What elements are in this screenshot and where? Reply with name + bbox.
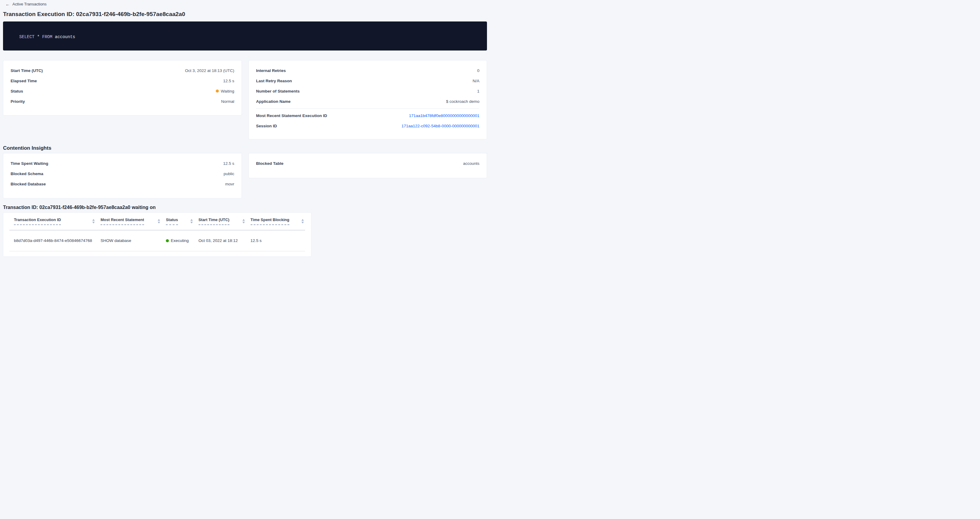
sort-icon[interactable] [190,219,193,224]
time-spent-waiting-row: Time Spent Waiting 12.5 s [11,158,234,168]
last-retry-reason-value: N/A [473,79,479,83]
number-of-statements-value: 1 [477,89,479,94]
summary-cards-row: Start Time (UTC) Oct 3, 2022 at 18:13 (U… [3,60,487,140]
contention-cards-row: Time Spent Waiting 12.5 s Blocked Schema… [3,153,487,198]
sort-icon[interactable] [92,219,95,224]
table-row: b8d7d03a-d497-446b-8474-e50846674768 SHO… [10,230,305,251]
sql-keyword: FROM [42,35,52,39]
blocked-database-value: movr [225,182,234,186]
session-id-link[interactable]: 171aa122-c092-54b8-0000-000000000001 [402,124,479,128]
column-header-start-time[interactable]: Start Time (UTC) [194,213,246,230]
blocked-table-value: accounts [463,161,479,166]
back-link-label: Active Transactions [13,2,47,6]
start-time-row: Start Time (UTC) Oct 3, 2022 at 18:13 (U… [11,65,234,76]
active-transaction-details-page: ← Active Transactions Transaction Execut… [0,0,490,259]
blocked-schema-label: Blocked Schema [11,171,43,176]
cell-status: Executing [161,230,194,251]
sort-up-arrow-icon[interactable] [190,219,193,221]
session-id-row: Session ID 171aa122-c092-54b8-0000-00000… [256,121,479,131]
cell-transaction-execution-id: b8d7d03a-d497-446b-8474-e50846674768 [10,230,96,251]
column-header-label[interactable]: Time Spent Blocking [251,217,290,225]
application-name-value: $ cockroach demo [446,99,479,104]
time-spent-waiting-label: Time Spent Waiting [11,161,48,166]
statement-execution-id-row: Most Recent Statement Execution ID 171aa… [256,110,479,121]
cell-time-spent-blocking: 12.5 s [246,230,305,251]
topbar: ← Active Transactions [0,0,490,8]
waiting-on-heading: Transaction ID: 02ca7931-f246-469b-b2fe-… [3,205,490,211]
blocked-database-label: Blocked Database [11,182,46,186]
sort-up-arrow-icon[interactable] [158,219,160,221]
sql-keyword: SELECT [19,35,35,39]
back-arrow-icon: ← [5,2,10,6]
sort-icon[interactable] [242,219,245,224]
application-name-label: Application Name [256,99,291,104]
blocked-database-row: Blocked Database movr [11,179,234,189]
column-header-status[interactable]: Status [161,213,194,230]
status-executing-dot-icon [166,239,169,242]
transaction-details-card: Internal Retries 0 Last Retry Reason N/A… [248,60,487,140]
status-value: Waiting [216,89,234,94]
elapsed-time-value: 12.5 s [223,79,234,83]
blocked-schema-row: Blocked Schema public [11,168,234,179]
sort-icon[interactable] [301,219,304,224]
start-time-value: Oct 3, 2022 at 18:13 (UTC) [185,68,234,73]
blocked-table-row: Blocked Table accounts [256,158,479,168]
sort-up-arrow-icon[interactable] [301,219,304,221]
sort-down-arrow-icon[interactable] [92,222,95,224]
internal-retries-label: Internal Retries [256,68,286,73]
priority-label: Priority [11,99,25,104]
sort-up-arrow-icon[interactable] [92,219,95,221]
last-retry-reason-label: Last Retry Reason [256,79,292,83]
back-to-active-transactions-link[interactable]: ← Active Transactions [5,2,47,6]
sort-down-arrow-icon[interactable] [242,222,245,224]
column-header-label[interactable]: Transaction Execution ID [14,217,61,225]
page-title: Transaction Execution ID: 02ca7931-f246-… [3,11,490,18]
time-spent-waiting-value: 12.5 s [223,161,234,166]
sort-up-arrow-icon[interactable] [242,219,245,221]
waiting-on-table: Transaction Execution ID Most Recent Sta… [10,213,305,251]
table-header-row: Transaction Execution ID Most Recent Sta… [10,213,305,230]
column-header-label[interactable]: Most Recent Statement [100,217,144,225]
elapsed-time-row: Elapsed Time 12.5 s [11,76,234,86]
application-name-row: Application Name $ cockroach demo [256,96,479,106]
number-of-statements-label: Number of Statements [256,89,300,94]
internal-retries-row: Internal Retries 0 [256,65,479,76]
blocked-schema-value: public [224,171,234,176]
sql-text: accounts [52,35,75,39]
card-divider [256,108,479,109]
column-header-label[interactable]: Status [166,217,178,225]
sort-down-arrow-icon[interactable] [158,222,160,224]
sql-statement-box: SELECT * FROM accounts [3,21,487,51]
cell-status-text: Executing [171,238,189,243]
column-header-most-recent-statement[interactable]: Most Recent Statement [96,213,161,230]
transaction-summary-card: Start Time (UTC) Oct 3, 2022 at 18:13 (U… [3,60,242,116]
sort-icon[interactable] [158,219,160,224]
sort-down-arrow-icon[interactable] [301,222,304,224]
number-of-statements-row: Number of Statements 1 [256,86,479,96]
statement-execution-id-link[interactable]: 171aa1b478fdf0e80000000000000001 [409,113,479,118]
cell-most-recent-statement: SHOW database [96,230,161,251]
status-waiting-dot-icon [216,89,219,92]
priority-row: Priority Normal [11,96,234,106]
internal-retries-value: 0 [477,68,479,73]
sort-down-arrow-icon[interactable] [190,222,193,224]
priority-value: Normal [221,99,234,104]
contention-blocked-table-card: Blocked Table accounts [248,153,487,178]
waiting-on-table-card: Transaction Execution ID Most Recent Sta… [3,212,312,257]
blocked-table-label: Blocked Table [256,161,283,166]
sql-text: * [35,35,42,39]
column-header-transaction-execution-id[interactable]: Transaction Execution ID [10,213,96,230]
status-text: Waiting [221,89,234,94]
contention-insights-heading: Contention Insights [3,145,490,152]
status-row: Status Waiting [11,86,234,96]
contention-waiting-card: Time Spent Waiting 12.5 s Blocked Schema… [3,153,242,198]
cell-start-time: Oct 03, 2022 at 18:12 [194,230,246,251]
statement-execution-id-label: Most Recent Statement Execution ID [256,113,327,118]
column-header-time-spent-blocking[interactable]: Time Spent Blocking [246,213,305,230]
session-id-label: Session ID [256,124,277,128]
start-time-label: Start Time (UTC) [11,68,43,73]
column-header-label[interactable]: Start Time (UTC) [199,217,229,225]
elapsed-time-label: Elapsed Time [11,79,37,83]
last-retry-reason-row: Last Retry Reason N/A [256,76,479,86]
status-label: Status [11,89,23,94]
